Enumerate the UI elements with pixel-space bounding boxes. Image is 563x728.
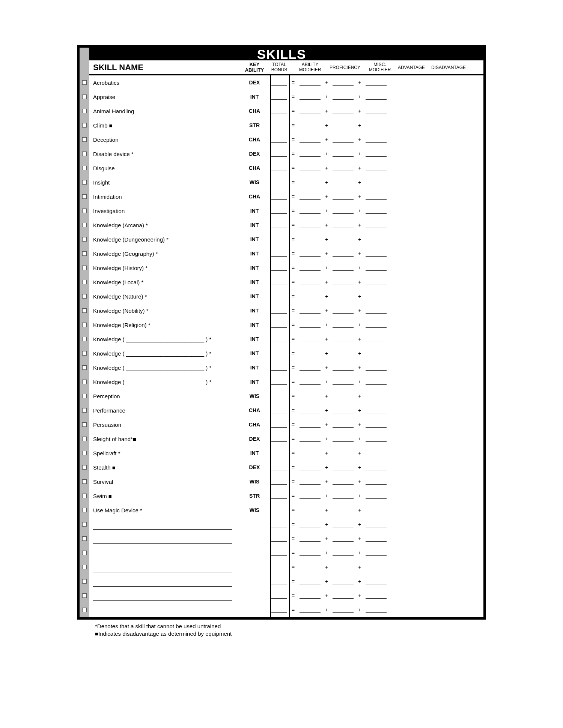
total-bonus-field[interactable]: [268, 564, 291, 570]
total-bonus-field[interactable]: [268, 593, 291, 599]
misc-modifier-field[interactable]: [361, 521, 391, 527]
total-bonus-field[interactable]: [268, 208, 291, 214]
proficiency-field[interactable]: [328, 479, 358, 485]
total-bonus-field[interactable]: [268, 194, 291, 200]
misc-modifier-field[interactable]: [361, 479, 391, 485]
proficiency-field[interactable]: [328, 308, 358, 314]
total-bonus-field[interactable]: [268, 607, 291, 613]
misc-modifier-field[interactable]: [361, 365, 391, 371]
skill-name-input[interactable]: [93, 609, 232, 615]
total-bonus-field[interactable]: [268, 322, 291, 328]
misc-modifier-field[interactable]: [361, 265, 391, 271]
proficiency-field[interactable]: [328, 293, 358, 299]
ability-modifier-field[interactable]: [295, 422, 325, 428]
proficiency-field[interactable]: [328, 137, 358, 143]
skill-name-input[interactable]: [93, 524, 232, 530]
proficient-checkbox[interactable]: [82, 536, 87, 541]
misc-modifier-field[interactable]: [361, 464, 391, 470]
misc-modifier-field[interactable]: [361, 137, 391, 143]
ability-modifier-field[interactable]: [295, 436, 325, 442]
ability-modifier-field[interactable]: [295, 137, 325, 143]
proficient-checkbox[interactable]: [82, 422, 87, 427]
total-bonus-field[interactable]: [268, 236, 291, 242]
total-bonus-field[interactable]: [268, 578, 291, 584]
total-bonus-field[interactable]: [268, 365, 291, 371]
ability-modifier-field[interactable]: [295, 479, 325, 485]
ability-modifier-field[interactable]: [295, 80, 325, 86]
proficiency-field[interactable]: [328, 222, 358, 228]
total-bonus-field[interactable]: [268, 550, 291, 556]
misc-modifier-field[interactable]: [361, 493, 391, 499]
proficient-checkbox[interactable]: [82, 380, 87, 384]
proficient-checkbox[interactable]: [82, 494, 87, 498]
misc-modifier-field[interactable]: [361, 236, 391, 242]
total-bonus-field[interactable]: [268, 407, 291, 413]
misc-modifier-field[interactable]: [361, 607, 391, 613]
skill-name-input[interactable]: [93, 552, 232, 558]
proficiency-field[interactable]: [328, 607, 358, 613]
ability-modifier-field[interactable]: [295, 379, 325, 385]
ability-modifier-field[interactable]: [295, 165, 325, 171]
total-bonus-field[interactable]: [268, 450, 291, 456]
misc-modifier-field[interactable]: [361, 393, 391, 399]
skill-name-input[interactable]: [93, 566, 232, 572]
total-bonus-field[interactable]: [268, 521, 291, 527]
misc-modifier-field[interactable]: [361, 122, 391, 128]
misc-modifier-field[interactable]: [361, 550, 391, 556]
ability-modifier-field[interactable]: [295, 236, 325, 242]
proficiency-field[interactable]: [328, 279, 358, 285]
ability-modifier-field[interactable]: [295, 194, 325, 200]
proficient-checkbox[interactable]: [82, 109, 87, 113]
proficiency-field[interactable]: [328, 407, 358, 413]
misc-modifier-field[interactable]: [361, 407, 391, 413]
misc-modifier-field[interactable]: [361, 564, 391, 570]
total-bonus-field[interactable]: [268, 536, 291, 542]
proficient-checkbox[interactable]: [82, 365, 87, 370]
proficiency-field[interactable]: [328, 251, 358, 257]
ability-modifier-field[interactable]: [295, 94, 325, 100]
skill-name-input[interactable]: [93, 581, 232, 587]
total-bonus-field[interactable]: [268, 308, 291, 314]
proficient-checkbox[interactable]: [82, 166, 87, 170]
proficient-checkbox[interactable]: [82, 280, 87, 284]
proficient-checkbox[interactable]: [82, 394, 87, 398]
misc-modifier-field[interactable]: [361, 350, 391, 356]
ability-modifier-field[interactable]: [295, 393, 325, 399]
proficiency-field[interactable]: [328, 108, 358, 114]
ability-modifier-field[interactable]: [295, 365, 325, 371]
proficiency-field[interactable]: [328, 179, 358, 185]
total-bonus-field[interactable]: [268, 151, 291, 157]
total-bonus-field[interactable]: [268, 222, 291, 228]
misc-modifier-field[interactable]: [361, 222, 391, 228]
proficiency-field[interactable]: [328, 464, 358, 470]
ability-modifier-field[interactable]: [295, 578, 325, 584]
ability-modifier-field[interactable]: [295, 122, 325, 128]
total-bonus-field[interactable]: [268, 479, 291, 485]
total-bonus-field[interactable]: [268, 279, 291, 285]
proficiency-field[interactable]: [328, 350, 358, 356]
total-bonus-field[interactable]: [268, 293, 291, 299]
total-bonus-field[interactable]: [268, 179, 291, 185]
misc-modifier-field[interactable]: [361, 194, 391, 200]
proficiency-field[interactable]: [328, 393, 358, 399]
total-bonus-field[interactable]: [268, 422, 291, 428]
proficient-checkbox[interactable]: [82, 223, 87, 227]
proficiency-field[interactable]: [328, 94, 358, 100]
misc-modifier-field[interactable]: [361, 436, 391, 442]
total-bonus-field[interactable]: [268, 94, 291, 100]
ability-modifier-field[interactable]: [295, 564, 325, 570]
ability-modifier-field[interactable]: [295, 279, 325, 285]
proficient-checkbox[interactable]: [82, 237, 87, 242]
proficient-checkbox[interactable]: [82, 194, 87, 199]
ability-modifier-field[interactable]: [295, 208, 325, 214]
skill-name-input[interactable]: [93, 595, 232, 601]
ability-modifier-field[interactable]: [295, 607, 325, 613]
proficiency-field[interactable]: [328, 265, 358, 271]
total-bonus-field[interactable]: [268, 251, 291, 257]
misc-modifier-field[interactable]: [361, 536, 391, 542]
total-bonus-field[interactable]: [268, 436, 291, 442]
ability-modifier-field[interactable]: [295, 493, 325, 499]
ability-modifier-field[interactable]: [295, 308, 325, 314]
ability-modifier-field[interactable]: [295, 521, 325, 527]
proficient-checkbox[interactable]: [82, 579, 87, 584]
